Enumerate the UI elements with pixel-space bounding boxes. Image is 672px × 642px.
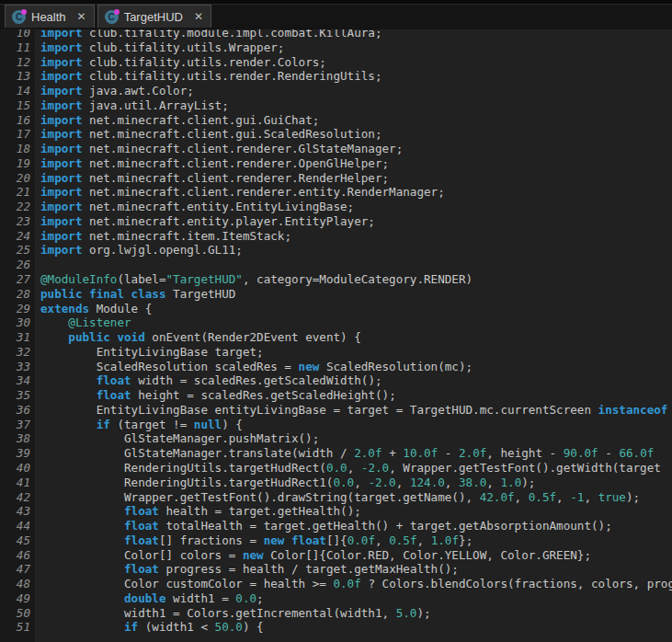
line-number: 47	[0, 562, 35, 577]
code-line[interactable]: 17import net.minecraft.client.gui.Scaled…	[0, 127, 672, 142]
code-text: float[] fractions = new float[]{0.0f, 0.…	[35, 533, 473, 548]
close-icon[interactable]: ✕	[194, 11, 203, 22]
code-line[interactable]: 31 public void onEvent(Render2DEvent eve…	[0, 330, 672, 345]
code-text: @ModuleInfo(label="TargetHUD", category=…	[35, 272, 473, 287]
code-line[interactable]: 48 Color customColor = health >= 0.0f ? …	[0, 577, 672, 591]
code-token: final	[89, 287, 124, 301]
class-icon: C	[12, 10, 26, 24]
editor-tab-bar: C Health ✕ C TargetHUD ✕	[0, 0, 672, 29]
code-line[interactable]: 15import java.util.ArrayList;	[0, 98, 672, 113]
code-token: -1	[570, 490, 584, 504]
code-line[interactable]: 16import net.minecraft.client.gui.GuiCha…	[0, 113, 672, 128]
code-text: import java.util.ArrayList;	[35, 98, 229, 113]
code-token: -	[438, 446, 459, 460]
code-line[interactable]: 47 float progress = health / target.getM…	[0, 562, 672, 577]
code-line[interactable]: 18import net.minecraft.client.renderer.G…	[0, 142, 672, 156]
code-token: import	[40, 127, 83, 141]
line-number: 30	[0, 315, 35, 330]
tab-health[interactable]: C Health ✕	[5, 5, 95, 28]
line-number: 45	[0, 533, 35, 548]
code-line[interactable]: 44 float totalHealth = target.getHealth(…	[0, 519, 672, 533]
code-line[interactable]: 32 EntityLivingBase target;	[0, 345, 672, 360]
code-token: +	[382, 446, 404, 460]
code-line[interactable]: 28public final class TargetHUD	[0, 287, 672, 302]
code-line[interactable]: 14import java.awt.Color;	[0, 84, 672, 98]
line-number: 28	[0, 287, 35, 302]
code-line[interactable]: 42 Wrapper.getTestFont().drawString(targ…	[0, 490, 672, 505]
code-line[interactable]: 27@ModuleInfo(label="TargetHUD", categor…	[0, 272, 672, 287]
line-number: 27	[0, 272, 35, 287]
code-line[interactable]: 41 RenderingUtils.targetHudRect1(0.0, -2…	[0, 476, 672, 490]
code-token: ,	[556, 490, 570, 504]
code-line[interactable]: 39 GlStateManager.translate(width / 2.0f…	[0, 446, 672, 461]
code-text: import net.minecraft.client.gui.ScaledRe…	[35, 127, 382, 142]
code-line[interactable]: 20import net.minecraft.client.renderer.R…	[0, 171, 672, 186]
code-line[interactable]: 22import net.minecraft.entity.EntityLivi…	[0, 200, 672, 214]
code-token: import	[40, 229, 83, 243]
code-line[interactable]: 40 RenderingUtils.targetHudRect(0.0, -2.…	[0, 461, 672, 476]
code-line[interactable]: 21import net.minecraft.client.renderer.e…	[0, 185, 672, 200]
code-token	[83, 287, 90, 301]
code-text: RenderingUtils.targetHudRect(0.0, -2.0, …	[35, 461, 661, 476]
code-token: 0.0f	[333, 577, 360, 590]
line-number: 42	[0, 490, 35, 505]
code-token: import	[40, 243, 83, 257]
code-token: 42.0f	[480, 490, 515, 504]
code-line[interactable]: 12import club.tifality.utils.render.Colo…	[0, 55, 672, 70]
code-token: 38.0	[459, 476, 486, 489]
line-number: 10	[0, 29, 35, 40]
code-token: 0.0	[333, 476, 354, 489]
code-token: new	[264, 533, 285, 547]
code-token: [] fractions =	[159, 533, 264, 547]
line-number: 36	[0, 403, 35, 418]
code-line[interactable]: 49 double width1 = 0.0;	[0, 591, 672, 606]
code-line[interactable]: 46 Color[] colors = new Color[]{Color.RE…	[0, 548, 672, 563]
code-text: import net.minecraft.client.renderer.Ren…	[35, 171, 389, 186]
code-token: GlStateManager.pushMatrix();	[40, 431, 319, 445]
code-text: Wrapper.getTestFont().drawString(target.…	[35, 490, 640, 505]
code-text: public void onEvent(Render2DEvent event)…	[35, 330, 361, 345]
code-line[interactable]: 51 if (width1 < 50.0) {	[0, 620, 672, 635]
code-token: 90.0f	[564, 446, 598, 460]
code-line[interactable]: 11import club.tifality.utils.Wrapper;	[0, 40, 672, 55]
code-text: import net.minecraft.item.ItemStack;	[35, 229, 291, 244]
code-token: ,	[584, 490, 598, 504]
code-line[interactable]: 19import net.minecraft.client.renderer.O…	[0, 156, 672, 171]
code-token: -2.0	[361, 461, 389, 475]
code-line[interactable]: 30 @Listener	[0, 315, 672, 330]
code-line[interactable]: 50 width1 = Colors.getIncremental(width1…	[0, 606, 672, 621]
code-token	[40, 533, 124, 547]
code-line[interactable]: 10import club.tifality.module.impl.comba…	[0, 29, 672, 40]
code-token: (width1 <	[138, 620, 214, 634]
code-line[interactable]: 24import net.minecraft.item.ItemStack;	[0, 229, 672, 244]
code-line[interactable]: 34 float width = scaledRes.getScaledWidt…	[0, 373, 672, 388]
code-line[interactable]: 45 float[] fractions = new float[]{0.0f,…	[0, 533, 672, 548]
code-token: ? Colors.blendColors(fractions, colors, …	[361, 577, 672, 590]
modified-dot-icon	[114, 9, 120, 15]
code-line[interactable]: 23import net.minecraft.entity.player.Ent…	[0, 214, 672, 229]
code-line[interactable]: 37 if (target != null) {	[0, 418, 672, 432]
code-token: import	[40, 156, 83, 170]
code-token: );	[416, 606, 430, 620]
code-line[interactable]: 33 ScaledResolution scaledRes = new Scal…	[0, 360, 672, 374]
code-line[interactable]: 26	[0, 258, 672, 272]
code-line[interactable]: 38 GlStateManager.pushMatrix();	[0, 431, 672, 446]
code-token: );	[521, 476, 535, 489]
code-token: true	[598, 490, 626, 504]
code-editor[interactable]: 10import club.tifality.module.impl.comba…	[0, 29, 672, 642]
code-text: extends Module {	[35, 302, 152, 316]
line-number: 33	[0, 360, 35, 374]
code-token: net.minecraft.entity.EntityLivingBase;	[83, 200, 355, 213]
tab-targethud[interactable]: C TargetHUD ✕	[97, 5, 211, 28]
code-line[interactable]: 13import club.tifality.utils.render.Rend…	[0, 69, 672, 84]
code-token: public	[68, 330, 110, 344]
line-number: 26	[0, 258, 35, 272]
code-line[interactable]: 43 float health = target.getHealth();	[0, 504, 672, 519]
code-line[interactable]: 29extends Module {	[0, 302, 672, 316]
close-icon[interactable]: ✕	[77, 11, 86, 22]
line-number: 40	[0, 461, 35, 476]
code-line[interactable]: 25import org.lwjgl.opengl.GL11;	[0, 243, 672, 258]
code-line[interactable]: 36 EntityLivingBase entityLivingBase = t…	[0, 403, 672, 418]
code-token: float	[97, 388, 131, 402]
code-line[interactable]: 35 float height = scaledRes.getScaledHei…	[0, 388, 672, 403]
